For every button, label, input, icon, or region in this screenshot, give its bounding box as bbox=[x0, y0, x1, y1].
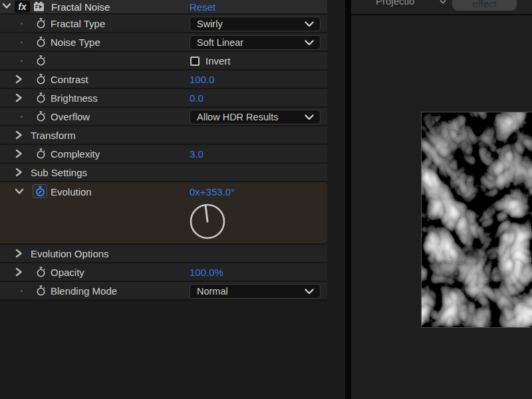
chevron-right-icon[interactable] bbox=[15, 149, 23, 158]
stopwatch-icon[interactable] bbox=[35, 74, 47, 85]
angle-dial[interactable] bbox=[189, 203, 226, 240]
evolution-label-row: Evolution 0x+353.0° bbox=[0, 182, 327, 201]
chevron-right-icon[interactable] bbox=[15, 249, 23, 258]
property-label: Fractal Type bbox=[51, 18, 105, 29]
blending-mode-dropdown[interactable]: Normal bbox=[190, 284, 321, 299]
stopwatch-icon[interactable] bbox=[35, 18, 47, 29]
property-row-fractal-type: Fractal Type Swirly bbox=[0, 15, 327, 33]
chevron-down-icon bbox=[305, 114, 314, 120]
group-row-transform[interactable]: Transform bbox=[0, 126, 327, 145]
property-value[interactable]: 3.0 bbox=[190, 148, 203, 160]
property-label: Overflow bbox=[51, 111, 90, 122]
row-dot bbox=[21, 60, 23, 62]
chevron-down-icon bbox=[305, 21, 314, 27]
effect-controls-panel: fx Fractal Noise Reset Fractal Type bbox=[0, 0, 345, 399]
caret-icon bbox=[440, 0, 446, 4]
group-row-sub-settings[interactable]: Sub Settings bbox=[0, 164, 327, 182]
property-row-brightness: Brightness 0.0 bbox=[0, 89, 327, 108]
property-value[interactable]: 100.0% bbox=[190, 267, 223, 278]
dropdown-value: Swirly bbox=[190, 19, 305, 29]
chevron-down-icon[interactable] bbox=[15, 187, 24, 196]
property-label: Opacity bbox=[51, 267, 84, 278]
property-row-contrast: Contrast 100.0 bbox=[0, 70, 327, 89]
stopwatch-icon[interactable] bbox=[35, 285, 47, 297]
stopwatch-active-icon[interactable] bbox=[35, 186, 46, 197]
property-label: Blending Mode bbox=[51, 285, 117, 297]
invert-checkbox[interactable] bbox=[190, 57, 200, 66]
group-label: Sub Settings bbox=[31, 167, 87, 178]
effect-header-row: fx Fractal Noise Reset bbox=[0, 0, 327, 15]
property-row-blending-mode: Blending Mode Normal bbox=[0, 282, 327, 301]
panel-divider[interactable] bbox=[345, 0, 351, 399]
row-dot bbox=[21, 23, 23, 25]
property-rows: fx Fractal Noise Reset Fractal Type bbox=[0, 0, 327, 301]
stopwatch-active-box[interactable] bbox=[33, 184, 47, 198]
fractal-noise-preview bbox=[421, 112, 532, 328]
chevron-down-icon bbox=[305, 289, 314, 295]
checkbox-label: Invert bbox=[205, 55, 231, 66]
row-dot bbox=[21, 116, 23, 118]
group-label: Transform bbox=[31, 130, 76, 141]
row-dot bbox=[21, 290, 23, 292]
chevron-right-icon[interactable] bbox=[15, 130, 23, 140]
property-row-noise-type: Noise Type Soft Linear bbox=[0, 33, 327, 52]
dropdown-value: Allow HDR Results bbox=[190, 112, 305, 122]
group-row-evolution-options[interactable]: Evolution Options bbox=[0, 245, 327, 263]
property-row-evolution: Evolution 0x+353.0° bbox=[0, 182, 327, 245]
stopwatch-icon[interactable] bbox=[35, 111, 47, 122]
property-row-overflow: Overflow Allow HDR Results bbox=[0, 108, 327, 126]
reset-link[interactable]: Reset bbox=[190, 1, 215, 13]
effect-button[interactable]: effect bbox=[452, 0, 517, 11]
chevron-right-icon[interactable] bbox=[15, 93, 23, 102]
fx-badge[interactable]: fx bbox=[15, 1, 30, 13]
property-label: Evolution bbox=[51, 186, 92, 198]
evolution-value[interactable]: 0x+353.0° bbox=[190, 186, 235, 198]
stopwatch-icon[interactable] bbox=[35, 267, 47, 278]
fractal-type-dropdown[interactable]: Swirly bbox=[190, 17, 321, 31]
chevron-right-icon[interactable] bbox=[15, 267, 23, 277]
property-label: Complexity bbox=[51, 148, 100, 160]
stopwatch-icon[interactable] bbox=[35, 37, 47, 48]
stopwatch-icon[interactable] bbox=[35, 55, 47, 66]
chevron-right-icon[interactable] bbox=[15, 168, 23, 177]
dropdown-value: Normal bbox=[190, 286, 305, 297]
effect-icon bbox=[33, 1, 45, 12]
viewer-panel: Projectio effect bbox=[351, 0, 532, 399]
effect-title: Fractal Noise bbox=[51, 1, 110, 13]
chevron-down-icon[interactable] bbox=[2, 1, 11, 11]
noise-type-dropdown[interactable]: Soft Linear bbox=[190, 35, 321, 50]
panel-tab[interactable]: Projectio bbox=[376, 0, 414, 7]
property-label: Noise Type bbox=[51, 37, 100, 48]
row-dot bbox=[21, 41, 23, 43]
property-row-complexity: Complexity 3.0 bbox=[0, 145, 327, 164]
chevron-right-icon[interactable] bbox=[15, 74, 23, 84]
stopwatch-icon[interactable] bbox=[35, 92, 47, 104]
chevron-down-icon bbox=[305, 40, 314, 46]
overflow-dropdown[interactable]: Allow HDR Results bbox=[190, 110, 321, 124]
property-value[interactable]: 100.0 bbox=[190, 74, 215, 85]
property-row-opacity: Opacity 100.0% bbox=[0, 263, 327, 282]
group-label: Evolution Options bbox=[31, 248, 109, 259]
property-label: Contrast bbox=[51, 74, 88, 85]
app-window: fx Fractal Noise Reset Fractal Type bbox=[0, 0, 532, 399]
property-row-invert: Invert bbox=[0, 52, 327, 70]
property-label: Brightness bbox=[51, 92, 98, 104]
viewer-topbar: Projectio effect bbox=[351, 0, 532, 15]
angle-dial-needle[interactable] bbox=[205, 206, 207, 221]
property-value[interactable]: 0.0 bbox=[190, 92, 203, 104]
stopwatch-icon[interactable] bbox=[35, 148, 47, 160]
dropdown-value: Soft Linear bbox=[190, 37, 305, 48]
